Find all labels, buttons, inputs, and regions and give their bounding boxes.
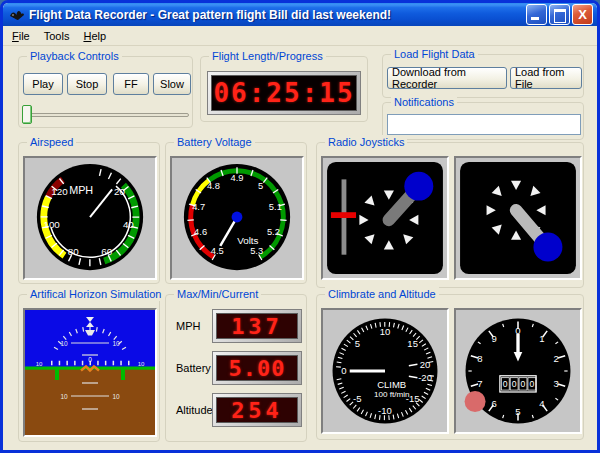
window-title: Flight Data Recorder - Great pattern fli… <box>29 8 526 22</box>
notifications-title: Notifications <box>391 95 457 109</box>
battery-gauge: Volts 4.9 5 5.1 5.2 5.3 4.5 4.6 4.7 4.8 <box>172 158 302 278</box>
svg-text:4.6: 4.6 <box>194 227 207 237</box>
playback-controls-group: Playback Controls Play Stop FF Slow <box>18 56 193 128</box>
minimize-button[interactable] <box>526 4 547 25</box>
flight-time-value: 06:25:15 <box>213 78 354 108</box>
altitude-readout-display: 254 <box>212 393 302 427</box>
svg-text:0: 0 <box>341 366 346 377</box>
svg-text:0: 0 <box>512 379 517 389</box>
svg-text:5.1: 5.1 <box>269 202 282 212</box>
battery-panel: Volts 4.9 5 5.1 5.2 5.3 4.5 4.6 4.7 4.8 <box>170 156 304 280</box>
radio-joysticks-title: Radio Joysticks <box>325 135 407 149</box>
altimeter-panel: 0 0 0 0 0 1 2 3 4 5 6 7 8 9 <box>454 308 582 434</box>
svg-text:10: 10 <box>380 326 391 337</box>
svg-text:100: 100 <box>43 219 60 230</box>
svg-text:4: 4 <box>539 398 545 409</box>
max-min-current-title: Max/Min/Current <box>174 287 261 301</box>
menu-tools[interactable]: Tools <box>37 28 77 44</box>
svg-text:4.7: 4.7 <box>192 202 205 212</box>
slow-button[interactable]: Slow <box>153 73 191 95</box>
mph-readout-value: 137 <box>231 314 283 339</box>
climb-caption: CLIMB <box>377 379 406 390</box>
mph-readout-display: 137 <box>212 309 302 343</box>
client-area: Playback Controls Play Stop FF Slow Flig… <box>3 46 597 452</box>
playback-slider-track[interactable] <box>23 113 189 117</box>
left-joystick-panel <box>321 156 449 280</box>
svg-text:10: 10 <box>60 340 68 347</box>
battery-hub <box>232 212 243 223</box>
svg-text:4.9: 4.9 <box>231 173 244 183</box>
playback-controls-title: Playback Controls <box>27 49 122 63</box>
battery-unit: Volts <box>237 235 258 246</box>
svg-text:10: 10 <box>60 393 68 400</box>
ground <box>25 367 155 435</box>
menu-help[interactable]: Help <box>76 28 113 44</box>
climbrate-altitude-group: Climbrate and Altitude CLIMB 100 ft/min … <box>316 294 584 440</box>
svg-text:40: 40 <box>123 219 134 230</box>
svg-text:2: 2 <box>554 353 559 364</box>
svg-text:10: 10 <box>36 361 43 367</box>
climb-gauge: CLIMB 100 ft/min 10 15 20 -20 -15 -10 -5… <box>323 310 447 432</box>
load-from-file-button[interactable]: Load from File <box>510 67 582 89</box>
svg-text:0: 0 <box>88 356 92 363</box>
battery-voltage-title: Battery Voltage <box>174 135 255 149</box>
menu-bar: File Tools Help <box>3 26 597 46</box>
play-button[interactable]: Play <box>23 73 63 95</box>
svg-text:4.8: 4.8 <box>207 181 220 191</box>
svg-text:15: 15 <box>407 338 418 349</box>
svg-text:-10: -10 <box>378 405 392 416</box>
app-window: Flight Data Recorder - Great pattern fli… <box>0 0 600 453</box>
right-joystick-panel <box>454 156 582 280</box>
svg-text:5.2: 5.2 <box>267 227 280 237</box>
battery-readout-display: 5.00 <box>212 351 302 385</box>
climb-units: 100 ft/min <box>374 390 410 399</box>
svg-text:10: 10 <box>112 340 120 347</box>
svg-text:1: 1 <box>539 333 544 344</box>
menu-file[interactable]: File <box>5 28 37 44</box>
notifications-input[interactable] <box>387 114 581 135</box>
svg-text:20: 20 <box>420 359 431 370</box>
download-from-recorder-button[interactable]: Download from Recorder <box>387 67 507 89</box>
svg-text:10: 10 <box>112 393 120 400</box>
airspeed-title: Airspeed <box>27 135 76 149</box>
airspeed-group: Airspeed MPH 20 40 60 80 100 120 <box>18 142 160 284</box>
left-stick-ball <box>404 172 433 201</box>
artificial-horizon-title: Artifical Horizon Simulation <box>27 287 164 301</box>
close-button[interactable]: X <box>572 4 593 25</box>
svg-text:5: 5 <box>258 181 263 191</box>
svg-text:9: 9 <box>492 333 497 344</box>
airspeed-gauge: MPH 20 40 60 80 100 120 <box>25 158 155 278</box>
svg-text:5.3: 5.3 <box>250 246 263 256</box>
flight-time-display: 06:25:15 <box>207 71 361 115</box>
playback-slider-thumb[interactable] <box>22 105 32 124</box>
title-bar[interactable]: Flight Data Recorder - Great pattern fli… <box>3 3 597 26</box>
horizon-display: 10 10 10 10 0 10 10 <box>25 310 155 435</box>
svg-text:120: 120 <box>51 186 68 197</box>
svg-text:10: 10 <box>138 361 145 367</box>
battery-readout-label: Battery <box>176 362 211 374</box>
stop-button[interactable]: Stop <box>67 73 107 95</box>
left-joystick-display <box>327 162 443 274</box>
maximize-button[interactable] <box>549 4 570 25</box>
svg-text:-5: -5 <box>353 393 361 404</box>
trim-marker <box>331 212 356 218</box>
red-indicator-dot <box>465 391 486 412</box>
svg-text:60: 60 <box>101 246 112 257</box>
right-joystick-display <box>460 162 576 274</box>
climb-panel: CLIMB 100 ft/min 10 15 20 -20 -15 -10 -5… <box>321 308 449 434</box>
svg-text:8: 8 <box>477 353 482 364</box>
svg-text:0: 0 <box>529 379 534 389</box>
app-bird-icon <box>9 7 25 23</box>
artificial-horizon-group: Artifical Horizon Simulation 10 10 10 10 <box>18 294 160 442</box>
altitude-readout-value: 254 <box>231 398 283 423</box>
climbrate-altitude-title: Climbrate and Altitude <box>325 287 439 301</box>
svg-text:20: 20 <box>114 186 125 197</box>
battery-readout-value: 5.00 <box>229 356 286 381</box>
load-flight-data-group: Load Flight Data Download from Recorder … <box>382 54 584 98</box>
svg-text:3: 3 <box>554 378 559 389</box>
ff-button[interactable]: FF <box>113 73 149 95</box>
svg-text:0: 0 <box>503 379 508 389</box>
flight-progress-title: Flight Length/Progress <box>209 49 326 63</box>
right-stick-ball <box>533 232 562 261</box>
svg-text:-20: -20 <box>418 372 432 383</box>
